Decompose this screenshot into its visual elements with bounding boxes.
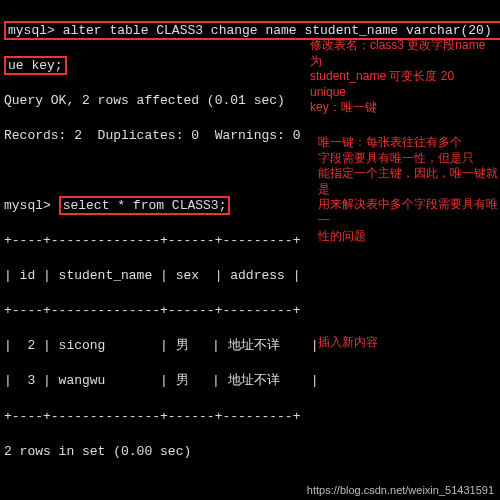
highlight-box: mysql> alter table CLASS3 change name st…	[4, 21, 500, 40]
annotation-2: 唯一键：每张表往往有多个 字段需要具有唯一性，但是只 能指定一个主键，因此，唯一…	[318, 135, 498, 244]
table-sep: +----+--------------+------+---------+	[4, 408, 496, 426]
annotation-3: 插入新内容	[318, 335, 438, 351]
table-sep: +----+--------------+------+---------+	[4, 302, 496, 320]
table-row: | 3 | wangwu | 男 | 地址不详 |	[4, 372, 496, 390]
highlight-box: ue key;	[4, 56, 67, 75]
highlight-box: select * from CLASS3;	[59, 196, 231, 215]
cmd-alter-line1[interactable]: mysql> alter table CLASS3 change name st…	[4, 22, 496, 40]
watermark: https://blog.csdn.net/weixin_51431591	[307, 484, 494, 496]
annotation-1: 修改表名：class3 更改字段name为 student_name 可变长度 …	[310, 38, 490, 116]
table-header: | id | student_name | sex | address |	[4, 267, 496, 285]
result-line: 2 rows in set (0.00 sec)	[4, 443, 496, 461]
